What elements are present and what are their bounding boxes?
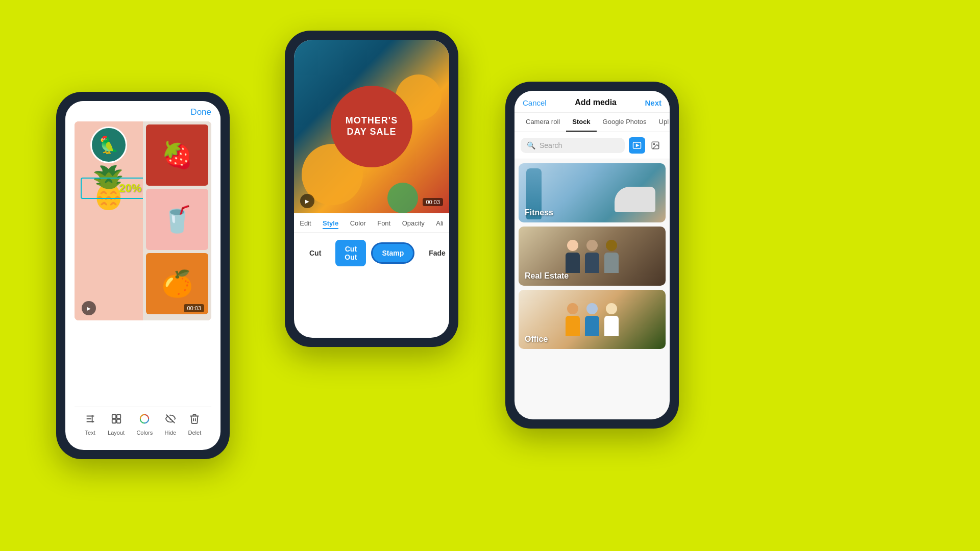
right-phone: Cancel Add media Next Camera roll Stock … <box>505 82 679 429</box>
right-header: Cancel Add media Next <box>514 91 670 113</box>
tab-ali[interactable]: Ali <box>436 218 443 229</box>
style-cutout-button[interactable]: CutOut <box>335 240 366 266</box>
play-button[interactable]: ▶ <box>82 301 96 315</box>
toucan-badge: 🦜 <box>90 127 127 163</box>
search-placeholder: Search <box>540 141 562 149</box>
colors-svg-icon <box>139 413 150 424</box>
third-card-label: Office <box>525 335 548 344</box>
search-bar: 🔍 Search <box>514 132 670 159</box>
svg-point-8 <box>653 143 654 144</box>
fitness-label: Fitness <box>525 208 553 217</box>
video-time: 00:03 <box>184 304 204 312</box>
left-screen-header: Done <box>65 101 220 121</box>
middle-tabs: Edit Style Color Font Opacity Ali <box>294 213 449 233</box>
next-button[interactable]: Next <box>645 98 662 107</box>
colors-icon <box>139 413 150 428</box>
hide-svg-icon <box>165 413 176 424</box>
image-view-button[interactable] <box>647 137 664 154</box>
text-label: Text <box>85 430 95 436</box>
delete-svg-icon <box>189 413 200 424</box>
cancel-button[interactable]: Cancel <box>523 98 547 107</box>
style-cut-button[interactable]: Cut <box>300 244 330 262</box>
media-card-realestate[interactable]: Real Estate <box>519 227 666 286</box>
toolbar-colors[interactable]: Colors <box>136 413 153 436</box>
toucan-emoji: 🦜 <box>99 135 119 155</box>
tab-camera-roll[interactable]: Camera roll <box>520 113 566 132</box>
layout-svg-icon <box>111 413 122 424</box>
mothers-day-circle: MOTHER'S DAY SALE <box>331 86 412 167</box>
hide-label: Hide <box>165 430 177 436</box>
right-phone-screen: Cancel Add media Next Camera roll Stock … <box>514 91 670 419</box>
media-canvas: 🦜 🍍 20% OFF 🍓 🥤 🍊 ▶ 00:03 <box>75 121 211 320</box>
middle-phone: MOTHER'S DAY SALE ▶ 00:03 Edit Style Col… <box>285 31 458 347</box>
video-controls: ▶ 00:03 <box>78 299 208 317</box>
left-panel: 🦜 🍍 <box>75 121 143 320</box>
office-person-3 <box>604 303 619 336</box>
tab-google-photos[interactable]: Google Photos <box>597 113 653 132</box>
tab-font[interactable]: Font <box>377 218 390 229</box>
raspberry-image: 🍓 <box>146 124 208 186</box>
middle-video-time: 00:03 <box>423 198 443 206</box>
right-panel: 🍓 🥤 🍊 <box>143 121 211 320</box>
shoe-decoration <box>615 187 655 212</box>
office-person-1 <box>566 303 580 336</box>
layout-label: Layout <box>108 430 125 436</box>
person-2 <box>585 240 599 273</box>
left-phone-screen: Done 🦜 🍍 20% OFF 🍓 🥤 🍊 ▶ <box>65 101 220 450</box>
tab-style[interactable]: Style <box>323 218 338 229</box>
person-3 <box>604 240 619 273</box>
add-media-title: Add media <box>575 98 617 107</box>
delete-icon <box>189 413 200 428</box>
tab-color[interactable]: Color <box>350 218 366 229</box>
view-toggle <box>629 137 664 154</box>
done-button[interactable]: Done <box>190 107 211 117</box>
hide-icon <box>165 413 176 428</box>
video-view-button[interactable] <box>629 137 645 154</box>
office-person-2 <box>585 303 599 336</box>
person-1 <box>566 240 580 273</box>
middle-phone-screen: MOTHER'S DAY SALE ▶ 00:03 Edit Style Col… <box>294 40 449 338</box>
tab-upload[interactable]: Upl <box>653 113 670 132</box>
delete-label: Delet <box>188 430 202 436</box>
mothers-day-title-line2: DAY SALE <box>347 127 396 138</box>
toolbar-text[interactable]: Text <box>85 413 96 436</box>
text-icon <box>85 413 96 428</box>
middle-video-area: MOTHER'S DAY SALE ▶ 00:03 <box>294 40 449 213</box>
middle-play-button[interactable]: ▶ <box>300 194 314 208</box>
media-grid: Fitness <box>514 159 670 353</box>
tab-stock[interactable]: Stock <box>566 113 596 132</box>
layout-icon <box>111 413 122 428</box>
tab-opacity[interactable]: Opacity <box>402 218 425 229</box>
svg-rect-2 <box>112 419 115 423</box>
style-options-row: Cut CutOut Stamp Fade Line <box>294 233 449 273</box>
svg-marker-6 <box>636 144 639 147</box>
bottom-toolbar: Text Layout <box>75 407 211 441</box>
search-icon: 🔍 <box>527 141 535 149</box>
style-stamp-button[interactable]: Stamp <box>371 242 414 264</box>
svg-rect-1 <box>116 415 120 418</box>
video-view-icon <box>632 141 642 150</box>
svg-rect-0 <box>112 415 115 418</box>
mothers-day-title-line1: MOTHER'S <box>346 115 398 127</box>
flower-background: MOTHER'S DAY SALE <box>294 40 449 213</box>
image-view-icon <box>651 141 660 150</box>
media-card-third[interactable]: Office <box>519 290 666 349</box>
left-phone: Done 🦜 🍍 20% OFF 🍓 🥤 🍊 ▶ <box>56 92 230 459</box>
media-card-fitness[interactable]: Fitness <box>519 163 666 222</box>
flower-circle-3 <box>387 183 418 213</box>
search-input-box[interactable]: 🔍 Search <box>521 138 625 153</box>
toolbar-hide[interactable]: Hide <box>165 413 177 436</box>
text-svg-icon <box>85 413 96 424</box>
realestate-label: Real Estate <box>525 271 569 281</box>
smoothie-image: 🥤 <box>146 189 208 250</box>
tab-edit[interactable]: Edit <box>300 218 311 229</box>
style-fade-button[interactable]: Fade <box>420 244 449 262</box>
right-tabs: Camera roll Stock Google Photos Upl <box>514 113 670 132</box>
toolbar-delete[interactable]: Delet <box>188 413 202 436</box>
svg-rect-3 <box>116 419 120 423</box>
toolbar-layout[interactable]: Layout <box>108 413 125 436</box>
colors-label: Colors <box>136 430 153 436</box>
